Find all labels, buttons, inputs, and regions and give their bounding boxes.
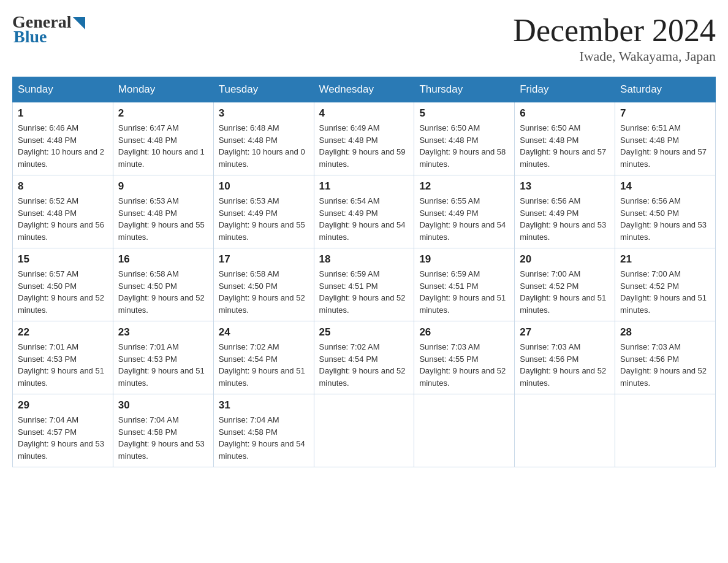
- day-info: Sunrise: 7:03 AMSunset: 4:55 PMDaylight:…: [419, 341, 509, 389]
- week-row-1: 1Sunrise: 6:46 AMSunset: 4:48 PMDaylight…: [13, 102, 716, 175]
- day-info: Sunrise: 7:00 AMSunset: 4:52 PMDaylight:…: [520, 268, 610, 316]
- day-info: Sunrise: 6:50 AMSunset: 4:48 PMDaylight:…: [419, 122, 509, 170]
- day-number: 19: [419, 253, 509, 266]
- day-cell: [414, 394, 515, 467]
- col-header-tuesday: Tuesday: [213, 77, 314, 102]
- day-info: Sunrise: 6:58 AMSunset: 4:50 PMDaylight:…: [118, 268, 208, 316]
- day-cell: 3Sunrise: 6:48 AMSunset: 4:48 PMDaylight…: [213, 102, 314, 175]
- day-cell: 23Sunrise: 7:01 AMSunset: 4:53 PMDayligh…: [113, 321, 213, 394]
- day-cell: 1Sunrise: 6:46 AMSunset: 4:48 PMDaylight…: [13, 102, 113, 175]
- day-number: 8: [18, 180, 108, 193]
- day-cell: 9Sunrise: 6:53 AMSunset: 4:48 PMDaylight…: [113, 175, 213, 248]
- day-cell: 29Sunrise: 7:04 AMSunset: 4:57 PMDayligh…: [13, 394, 113, 467]
- location: Iwade, Wakayama, Japan: [513, 48, 716, 64]
- day-number: 18: [319, 253, 409, 266]
- day-info: Sunrise: 6:56 AMSunset: 4:50 PMDaylight:…: [620, 195, 710, 243]
- day-info: Sunrise: 7:04 AMSunset: 4:58 PMDaylight:…: [118, 414, 208, 462]
- day-cell: 20Sunrise: 7:00 AMSunset: 4:52 PMDayligh…: [515, 248, 615, 321]
- day-number: 16: [118, 253, 208, 266]
- day-info: Sunrise: 6:59 AMSunset: 4:51 PMDaylight:…: [419, 268, 509, 316]
- day-number: 4: [319, 107, 409, 120]
- day-number: 24: [219, 326, 309, 339]
- day-info: Sunrise: 6:55 AMSunset: 4:49 PMDaylight:…: [419, 195, 509, 243]
- day-cell: 18Sunrise: 6:59 AMSunset: 4:51 PMDayligh…: [314, 248, 414, 321]
- day-cell: 19Sunrise: 6:59 AMSunset: 4:51 PMDayligh…: [414, 248, 515, 321]
- day-info: Sunrise: 7:00 AMSunset: 4:52 PMDaylight:…: [620, 268, 710, 316]
- day-cell: 5Sunrise: 6:50 AMSunset: 4:48 PMDaylight…: [414, 102, 515, 175]
- col-header-friday: Friday: [515, 77, 615, 102]
- day-cell: 31Sunrise: 7:04 AMSunset: 4:58 PMDayligh…: [213, 394, 314, 467]
- day-info: Sunrise: 6:47 AMSunset: 4:48 PMDaylight:…: [118, 122, 208, 170]
- col-header-wednesday: Wednesday: [314, 77, 414, 102]
- day-cell: 6Sunrise: 6:50 AMSunset: 4:48 PMDaylight…: [515, 102, 615, 175]
- day-cell: 16Sunrise: 6:58 AMSunset: 4:50 PMDayligh…: [113, 248, 213, 321]
- day-number: 23: [118, 326, 208, 339]
- day-number: 27: [520, 326, 610, 339]
- day-number: 9: [118, 180, 208, 193]
- day-info: Sunrise: 7:01 AMSunset: 4:53 PMDaylight:…: [18, 341, 108, 389]
- col-header-sunday: Sunday: [13, 77, 113, 102]
- day-number: 12: [419, 180, 509, 193]
- day-info: Sunrise: 6:46 AMSunset: 4:48 PMDaylight:…: [18, 122, 108, 170]
- day-number: 14: [620, 180, 710, 193]
- calendar-header-row: SundayMondayTuesdayWednesdayThursdayFrid…: [13, 77, 716, 102]
- day-cell: 24Sunrise: 7:02 AMSunset: 4:54 PMDayligh…: [213, 321, 314, 394]
- col-header-saturday: Saturday: [615, 77, 716, 102]
- day-number: 15: [18, 253, 108, 266]
- week-row-3: 15Sunrise: 6:57 AMSunset: 4:50 PMDayligh…: [13, 248, 716, 321]
- day-number: 28: [620, 326, 710, 339]
- day-info: Sunrise: 7:03 AMSunset: 4:56 PMDaylight:…: [520, 341, 610, 389]
- day-cell: 11Sunrise: 6:54 AMSunset: 4:49 PMDayligh…: [314, 175, 414, 248]
- day-number: 3: [219, 107, 309, 120]
- day-number: 6: [520, 107, 610, 120]
- day-number: 22: [18, 326, 108, 339]
- day-number: 25: [319, 326, 409, 339]
- day-number: 21: [620, 253, 710, 266]
- day-info: Sunrise: 6:54 AMSunset: 4:49 PMDaylight:…: [319, 195, 409, 243]
- day-number: 29: [18, 399, 108, 412]
- col-header-thursday: Thursday: [414, 77, 515, 102]
- day-cell: 21Sunrise: 7:00 AMSunset: 4:52 PMDayligh…: [615, 248, 716, 321]
- day-cell: 27Sunrise: 7:03 AMSunset: 4:56 PMDayligh…: [515, 321, 615, 394]
- day-cell: 15Sunrise: 6:57 AMSunset: 4:50 PMDayligh…: [13, 248, 113, 321]
- day-cell: 26Sunrise: 7:03 AMSunset: 4:55 PMDayligh…: [414, 321, 515, 394]
- day-number: 11: [319, 180, 409, 193]
- day-number: 30: [118, 399, 208, 412]
- day-info: Sunrise: 6:50 AMSunset: 4:48 PMDaylight:…: [520, 122, 610, 170]
- day-number: 20: [520, 253, 610, 266]
- calendar-table: SundayMondayTuesdayWednesdayThursdayFrid…: [12, 77, 716, 467]
- day-cell: [314, 394, 414, 467]
- day-cell: [615, 394, 716, 467]
- day-number: 17: [219, 253, 309, 266]
- day-info: Sunrise: 6:48 AMSunset: 4:48 PMDaylight:…: [219, 122, 309, 170]
- day-cell: 7Sunrise: 6:51 AMSunset: 4:48 PMDaylight…: [615, 102, 716, 175]
- title-block: December 2024 Iwade, Wakayama, Japan: [513, 12, 716, 64]
- day-cell: 4Sunrise: 6:49 AMSunset: 4:48 PMDaylight…: [314, 102, 414, 175]
- day-info: Sunrise: 6:59 AMSunset: 4:51 PMDaylight:…: [319, 268, 409, 316]
- day-number: 26: [419, 326, 509, 339]
- day-info: Sunrise: 6:51 AMSunset: 4:48 PMDaylight:…: [620, 122, 710, 170]
- day-number: 7: [620, 107, 710, 120]
- day-info: Sunrise: 7:04 AMSunset: 4:58 PMDaylight:…: [219, 414, 309, 462]
- day-cell: 30Sunrise: 7:04 AMSunset: 4:58 PMDayligh…: [113, 394, 213, 467]
- day-cell: 17Sunrise: 6:58 AMSunset: 4:50 PMDayligh…: [213, 248, 314, 321]
- week-row-4: 22Sunrise: 7:01 AMSunset: 4:53 PMDayligh…: [13, 321, 716, 394]
- day-info: Sunrise: 7:03 AMSunset: 4:56 PMDaylight:…: [620, 341, 710, 389]
- day-info: Sunrise: 6:49 AMSunset: 4:48 PMDaylight:…: [319, 122, 409, 170]
- logo-blue-text: Blue: [13, 27, 85, 47]
- logo: General Blue: [12, 12, 85, 47]
- day-number: 5: [419, 107, 509, 120]
- day-info: Sunrise: 6:53 AMSunset: 4:49 PMDaylight:…: [219, 195, 309, 243]
- week-row-2: 8Sunrise: 6:52 AMSunset: 4:48 PMDaylight…: [13, 175, 716, 248]
- day-info: Sunrise: 6:58 AMSunset: 4:50 PMDaylight:…: [219, 268, 309, 316]
- page-header: General Blue December 2024 Iwade, Wakaya…: [12, 12, 716, 64]
- day-number: 31: [219, 399, 309, 412]
- day-cell: 12Sunrise: 6:55 AMSunset: 4:49 PMDayligh…: [414, 175, 515, 248]
- day-cell: 25Sunrise: 7:02 AMSunset: 4:54 PMDayligh…: [314, 321, 414, 394]
- col-header-monday: Monday: [113, 77, 213, 102]
- day-cell: 13Sunrise: 6:56 AMSunset: 4:49 PMDayligh…: [515, 175, 615, 248]
- day-number: 10: [219, 180, 309, 193]
- day-info: Sunrise: 7:02 AMSunset: 4:54 PMDaylight:…: [319, 341, 409, 389]
- day-number: 2: [118, 107, 208, 120]
- day-info: Sunrise: 6:53 AMSunset: 4:48 PMDaylight:…: [118, 195, 208, 243]
